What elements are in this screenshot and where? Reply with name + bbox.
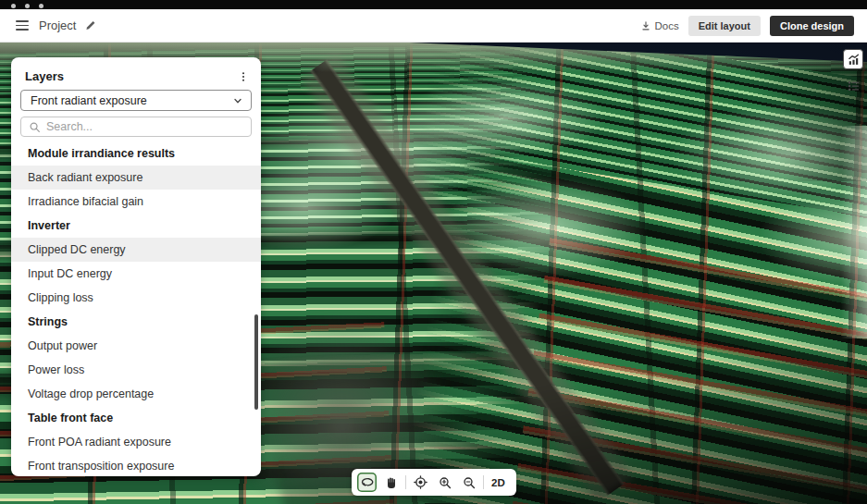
results-chart-button[interactable] (843, 49, 863, 69)
layer-item-front-poa-radiant-exposure[interactable]: Front POA radiant exposure (11, 430, 261, 454)
layers-panel: Layers Front radiant exposure Module irr… (11, 57, 261, 476)
toolbar-divider (483, 475, 484, 489)
layer-item-irradiance-bifacial-gain[interactable]: Irradiance bifacial gain (11, 190, 261, 214)
zoom-in-icon (439, 476, 452, 489)
list-icon (847, 80, 861, 92)
clone-design-button[interactable]: Clone design (770, 16, 854, 36)
app-window: Project Docs Edit layout Clone design (0, 0, 867, 504)
hand-icon (385, 476, 398, 489)
layer-item-clipped-dc-energy[interactable]: Clipped DC energy (11, 238, 261, 262)
locate-tool[interactable] (411, 473, 430, 492)
download-icon (640, 20, 651, 31)
layer-item-voltage-drop-percentage[interactable]: Voltage drop percentage (11, 382, 261, 406)
menu-icon[interactable] (16, 20, 29, 31)
edit-layout-button[interactable]: Edit layout (688, 16, 761, 36)
scene-highlight-glow (403, 78, 606, 156)
project-title: Project (39, 18, 76, 32)
window-zoom-icon[interactable] (39, 4, 43, 8)
lasso-icon (360, 475, 374, 489)
docs-button[interactable]: Docs (640, 20, 679, 31)
chart-icon (847, 53, 861, 67)
window-minimize-icon[interactable] (25, 4, 30, 8)
layers-scrollbar[interactable] (254, 314, 258, 410)
layer-item-output-power[interactable]: Output power (11, 334, 261, 358)
layer-select-dropdown[interactable]: Front radiant exposure (20, 90, 252, 111)
docs-label: Docs (655, 20, 679, 31)
target-icon (414, 475, 427, 489)
zoom-out-icon (463, 476, 476, 489)
top-toolbar: Project Docs Edit layout Clone design (0, 9, 867, 43)
toolbar-divider (405, 475, 406, 489)
kebab-menu-icon[interactable] (238, 70, 249, 83)
right-tool-rail (843, 49, 863, 92)
lasso-select-tool[interactable] (357, 473, 377, 492)
layers-list: Module irrandiance resultsBack radiant e… (11, 141, 261, 476)
legend-list-button[interactable] (846, 79, 861, 92)
edit-project-name-button[interactable] (84, 19, 96, 31)
layer-section-table-front-face: Table front face (11, 406, 261, 430)
layer-item-input-dc-energy[interactable]: Input DC energy (11, 262, 261, 286)
zoom-in-tool[interactable] (435, 473, 454, 492)
pan-tool[interactable] (381, 473, 401, 492)
layers-panel-title: Layers (25, 69, 64, 83)
zoom-out-tool[interactable] (459, 473, 478, 492)
search-icon (29, 121, 41, 133)
layer-search-box (20, 117, 252, 137)
layer-section-module-irrandiance-results: Module irrandiance results (11, 141, 261, 166)
search-input[interactable] (46, 120, 243, 133)
layer-section-inverter: Inverter (11, 214, 261, 238)
layer-select-value: Front radiant exposure (31, 94, 232, 107)
os-titlebar (0, 0, 867, 9)
scene-haze (841, 126, 867, 338)
layer-section-strings: Strings (11, 310, 261, 334)
toggle-2d-button[interactable]: 2D (489, 477, 508, 488)
viewport-toolbar: 2D (352, 469, 516, 496)
layer-item-front-transposition-exposure[interactable]: Front transposition exposure (11, 454, 261, 476)
layer-item-back-radiant-exposure[interactable]: Back radiant exposure (11, 166, 261, 190)
layer-item-clipping-loss[interactable]: Clipping loss (11, 286, 261, 310)
chevron-down-icon (232, 95, 243, 106)
pencil-icon (84, 19, 96, 31)
window-close-icon[interactable] (11, 4, 16, 8)
layer-item-power-loss[interactable]: Power loss (11, 358, 261, 382)
